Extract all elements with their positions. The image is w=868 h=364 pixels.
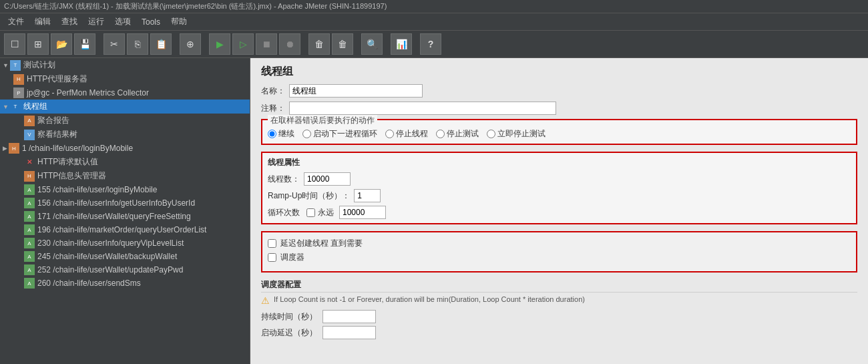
thread-count-input[interactable] [304,172,351,186]
main-area: ▼ T 测试计划 H HTTP代理服务器 P jp@gc - PerfMon M… [0,58,868,364]
tree-item-api-156[interactable]: A 156 /chain-life/userInfo/getUserInfoBy… [0,196,250,210]
tree-label: 156 /chain-life/userInfo/getUserInfoByUs… [37,198,195,208]
rampup-input[interactable] [354,189,381,202]
api-171-icon: A [24,211,35,222]
scheduler-checkbox[interactable] [268,253,276,262]
comment-label: 注释： [261,103,285,114]
expand-icon: ▶ [3,145,7,152]
page-title: 线程组 [261,65,857,79]
thread-props-title: 线程属性 [268,157,851,168]
tree-item-http-proxy[interactable]: H HTTP代理服务器 [0,72,250,86]
tree-label: 230 /chain-life/userInfo/queryVipLevelLi… [37,238,184,248]
clear-all-button[interactable]: 🗑 [332,33,353,55]
tree-label: HTTP请求默认值 [37,156,98,168]
api-252-icon: A [24,264,35,275]
menu-item-Tools[interactable]: Tools [136,16,166,28]
option-stop-thread[interactable]: 停止线程 [385,128,428,140]
cut-button[interactable]: ✂ [103,33,125,55]
tree-item-api-245[interactable]: A 245 /chain-life/userWallet/backupWalle… [0,250,250,263]
startup-delay-input[interactable] [322,326,376,339]
sampler-error-section: 在取样器错误后要执行的动作 继续 启动下一进程循环 停止线程 停止测试 [261,119,857,145]
remote-start-button[interactable]: 📊 [391,33,412,55]
menu-item-帮助[interactable]: 帮助 [166,15,192,29]
thread-count-label: 线程数： [268,174,300,185]
menu-item-选项[interactable]: 选项 [110,15,136,29]
name-input[interactable] [289,84,423,98]
tree-item-http-defaults[interactable]: ✕ HTTP请求默认值 [0,155,250,169]
comment-input[interactable] [289,102,556,115]
right-panel: 线程组 名称： 注释： 在取样器错误后要执行的动作 继续 启动下一进程循环 [250,58,868,364]
api-260-icon: A [24,278,35,289]
scheduler-row: 调度器 [268,252,851,263]
http-header-icon: H [24,171,35,182]
tree-item-aggregate[interactable]: A 聚合报告 [0,114,250,128]
startup-delay-label: 启动延迟（秒） [261,327,317,339]
tree-label: 245 /chain-life/userWallet/backupWallet [37,252,177,261]
option-next-loop[interactable]: 启动下一进程循环 [302,128,377,140]
tree-item-perfmon[interactable]: P jp@gc - PerfMon Metrics Collector [0,86,250,100]
tree-item-test-plan[interactable]: ▼ T 测试计划 [0,58,250,72]
menu-item-运行[interactable]: 运行 [83,15,110,29]
toolbar: ☐ ⊞ 📂 💾 ✂ ⎘ 📋 ⊕ ▶ ▷ ⏹ ⏺ 🗑 🗑 🔍 📊 ? [0,31,868,58]
help-button[interactable]: ? [420,33,441,55]
duration-label: 持续时间（秒） [261,311,317,323]
templates-button[interactable]: ⊞ [27,33,49,55]
scheduler-label: 调度器 [280,252,304,263]
api-230-icon: A [24,238,35,248]
title-text: C:/Users/链生活/JMX (线程组-1) - 加载测试结果(\jmete… [4,2,387,10]
tree-item-login-1[interactable]: ▶ H 1 /chain-life/user/loginByMobile [0,142,250,155]
tree-label: HTTP代理服务器 [27,73,87,85]
scheduler-config-title: 调度器配置 [261,279,857,293]
menu-item-编辑[interactable]: 编辑 [29,15,56,29]
api-196-icon: A [24,224,35,235]
tree-item-api-260[interactable]: A 260 /chain-life/user/sendSms [0,277,250,290]
title-bar: C:/Users/链生活/JMX (线程组-1) - 加载测试结果(\jmete… [0,0,868,13]
save-button[interactable]: 💾 [74,33,95,55]
tree-item-http-header[interactable]: H HTTP信息头管理器 [0,169,250,183]
tree-label: 260 /chain-life/user/sendSms [37,279,141,288]
expand-icon: ▼ [3,104,9,110]
shutdown-button[interactable]: ⏺ [279,33,300,55]
open-button[interactable]: 📂 [51,33,72,55]
tree-item-view-results[interactable]: V 察看结果树 [0,128,250,142]
search-button[interactable]: 🔍 [361,33,383,55]
loop-row: 循环次数 永远 [268,206,851,219]
option-continue[interactable]: 继续 [268,128,294,140]
tree-item-api-196[interactable]: A 196 /chain-life/marketOrder/queryUserO… [0,223,250,236]
tree-label: 252 /chain-life/userWallet/updatePayPwd [37,265,183,275]
start-nopauses-button[interactable]: ▷ [232,33,254,55]
loop-forever-checkbox[interactable] [306,208,315,217]
stop-button[interactable]: ⏹ [256,33,277,55]
left-panel: ▼ T 测试计划 H HTTP代理服务器 P jp@gc - PerfMon M… [0,58,250,364]
tree-label: 测试计划 [23,59,55,71]
start-button[interactable]: ▶ [209,33,230,55]
startup-delay-row: 启动延迟（秒） [261,326,857,339]
tree-item-api-155[interactable]: A 155 /chain-life/user/loginByMobile [0,183,250,196]
option-stop-now[interactable]: 立即停止测试 [487,128,546,140]
option-stop-test[interactable]: 停止测试 [436,128,479,140]
api-156-icon: A [24,198,35,208]
delay-label: 延迟创建线程 直到需要 [280,238,363,249]
tree-item-thread-group[interactable]: ▼ T 线程组 [0,100,250,114]
tree-item-api-171[interactable]: A 171 /chain-life/userWallet/queryFreeSe… [0,210,250,223]
new-button[interactable]: ☐ [4,33,25,55]
rampup-label: Ramp-Up时间（秒）： [268,190,350,202]
paste-button[interactable]: 📋 [150,33,172,55]
menu-item-查找[interactable]: 查找 [56,15,83,29]
tree-item-api-252[interactable]: A 252 /chain-life/userWallet/updatePayPw… [0,263,250,277]
duration-input[interactable] [322,310,376,323]
expand-button[interactable]: ⊕ [180,33,201,55]
tree-label: 196 /chain-life/marketOrder/queryUserOrd… [37,225,206,234]
tree-item-api-230[interactable]: A 230 /chain-life/userInfo/queryVipLevel… [0,236,250,250]
copy-button[interactable]: ⎘ [127,33,148,55]
thread-count-row: 线程数： [268,172,851,186]
tree-label: 1 /chain-life/user/loginByMobile [22,144,133,153]
sampler-error-title: 在取样器错误后要执行的动作 [268,115,377,126]
clear-button[interactable]: 🗑 [308,33,330,55]
tree-label: HTTP信息头管理器 [37,170,106,182]
warning-icon: ⚠ [261,295,270,306]
loop-count-input[interactable] [339,206,386,219]
menu-item-文件[interactable]: 文件 [3,15,29,29]
rampup-row: Ramp-Up时间（秒）： [268,189,851,202]
delay-checkbox[interactable] [268,239,276,248]
